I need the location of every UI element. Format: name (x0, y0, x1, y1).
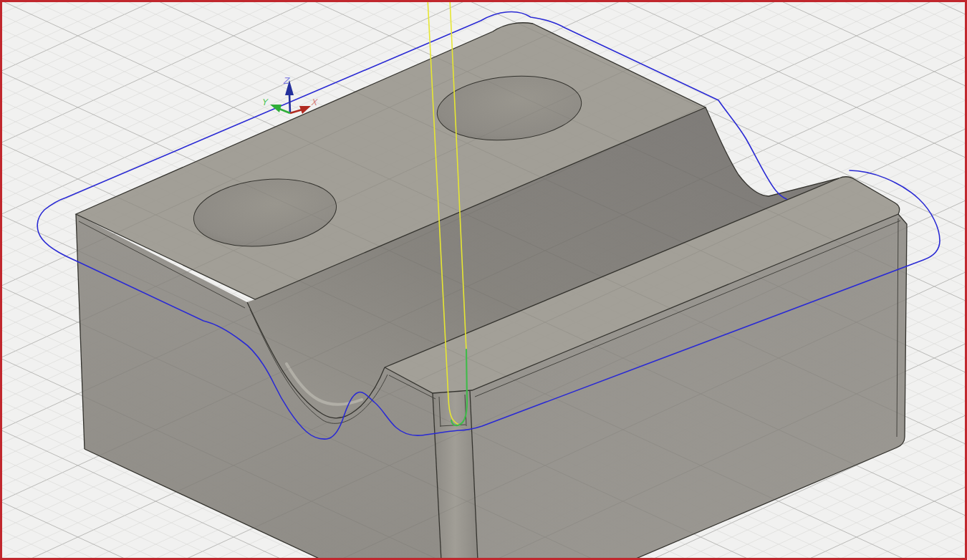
z-axis-shaft (289, 94, 290, 113)
cad-3d-viewport[interactable]: Z X Y (0, 0, 967, 560)
